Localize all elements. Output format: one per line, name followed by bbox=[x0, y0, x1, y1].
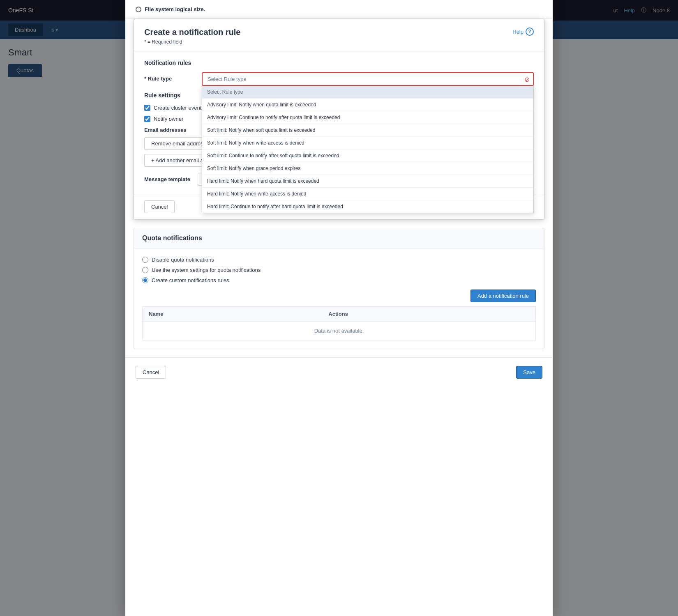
dropdown-item-select[interactable]: Select Rule type bbox=[202, 86, 533, 99]
outer-modal-panel: File system logical size. Create a notif… bbox=[125, 0, 553, 616]
file-system-text: File system logical size. bbox=[145, 6, 205, 12]
dropdown-item-hard_notify[interactable]: Hard limit: Notify when hard quota limit… bbox=[202, 175, 533, 188]
dropdown-item-soft_notify[interactable]: Soft limit: Notify when soft quota limit… bbox=[202, 124, 533, 137]
notify-owner-label: Notify owner bbox=[154, 116, 183, 122]
quota-notifications-title: Quota notifications bbox=[142, 234, 536, 242]
system-settings-label: Use the system settings for quota notifi… bbox=[152, 267, 261, 273]
rule-type-control-wrapper: Select Rule typeAdvisory limit: Notify w… bbox=[202, 72, 534, 86]
dropdown-item-advisory_exceed[interactable]: Advisory limit: Notify when quota limit … bbox=[202, 99, 533, 111]
radio-file-system-icon bbox=[136, 7, 141, 12]
help-circle-icon: ? bbox=[526, 28, 534, 36]
dialog-help-link[interactable]: Help ? bbox=[512, 28, 534, 36]
outer-save-button[interactable]: Save bbox=[516, 366, 542, 379]
dropdown-item-hard_write[interactable]: Hard limit: Notify when write-access is … bbox=[202, 188, 533, 200]
rule-type-dropdown[interactable]: Select Rule typeAdvisory limit: Notify w… bbox=[202, 86, 534, 213]
dialog-cancel-button[interactable]: Cancel bbox=[144, 200, 175, 213]
dropdown-item-soft_write[interactable]: Soft limit: Notify when write-access is … bbox=[202, 137, 533, 149]
outer-footer: Cancel Save bbox=[125, 357, 553, 387]
quota-notifications-body: Disable quota notifications Use the syst… bbox=[134, 248, 544, 349]
quota-notifications-section: Quota notifications Disable quota notifi… bbox=[134, 228, 544, 349]
custom-notifications-label: Create custom notifications rules bbox=[152, 277, 229, 283]
message-template-label: Message template bbox=[144, 176, 194, 182]
add-notification-rule-button[interactable]: Add a notification rule bbox=[470, 290, 536, 302]
notification-rules-table: Name Actions Data is not available. bbox=[142, 306, 536, 340]
quota-notifications-header: Quota notifications bbox=[134, 228, 544, 248]
create-cluster-event-checkbox[interactable] bbox=[144, 105, 150, 111]
dialog-help-label: Help bbox=[512, 29, 523, 35]
create-cluster-event-label: Create cluster event bbox=[154, 105, 201, 111]
notification-rules-section-title: Notification rules bbox=[144, 60, 534, 66]
table-row-empty: Data is not available. bbox=[143, 322, 536, 340]
dropdown-item-soft_grace[interactable]: Soft limit: Notify when grace period exp… bbox=[202, 162, 533, 175]
dialog-header-left: Create a notification rule * = Required … bbox=[144, 28, 241, 45]
rule-type-select[interactable]: Select Rule typeAdvisory limit: Notify w… bbox=[202, 72, 534, 86]
disable-quota-label: Disable quota notifications bbox=[152, 257, 214, 263]
name-column-header: Name bbox=[143, 307, 323, 322]
disable-quota-radio[interactable] bbox=[142, 257, 148, 263]
required-note: * = Required field bbox=[144, 39, 241, 45]
custom-notifications-radio[interactable] bbox=[142, 277, 148, 283]
system-settings-row: Use the system settings for quota notifi… bbox=[142, 267, 536, 273]
add-rule-btn-row: Add a notification rule bbox=[142, 290, 536, 302]
rule-type-row: * Rule type Select Rule typeAdvisory lim… bbox=[144, 72, 534, 86]
custom-notifications-row: Create custom notifications rules bbox=[142, 277, 536, 283]
rule-type-label: * Rule type bbox=[144, 72, 194, 82]
outer-cancel-button[interactable]: Cancel bbox=[136, 366, 166, 379]
dropdown-item-advisory_continue[interactable]: Advisory limit: Continue to notify after… bbox=[202, 111, 533, 124]
dialog-header: Create a notification rule * = Required … bbox=[134, 19, 544, 51]
file-system-strip: File system logical size. bbox=[125, 0, 553, 19]
empty-message: Data is not available. bbox=[143, 322, 536, 340]
dialog-body: Notification rules * Rule type Select Ru… bbox=[134, 51, 544, 194]
create-notification-dialog: Create a notification rule * = Required … bbox=[134, 19, 544, 220]
disable-quota-row: Disable quota notifications bbox=[142, 257, 536, 263]
system-settings-radio[interactable] bbox=[142, 267, 148, 273]
required-star: * bbox=[144, 39, 146, 45]
notify-owner-checkbox[interactable] bbox=[144, 116, 150, 122]
required-text: = Required field bbox=[148, 39, 182, 45]
dropdown-item-soft_continue[interactable]: Soft limit: Continue to notify after sof… bbox=[202, 149, 533, 162]
dialog-title: Create a notification rule bbox=[144, 28, 241, 37]
actions-column-header: Actions bbox=[322, 307, 535, 322]
dropdown-item-hard_continue[interactable]: Hard limit: Continue to notify after har… bbox=[202, 200, 533, 213]
